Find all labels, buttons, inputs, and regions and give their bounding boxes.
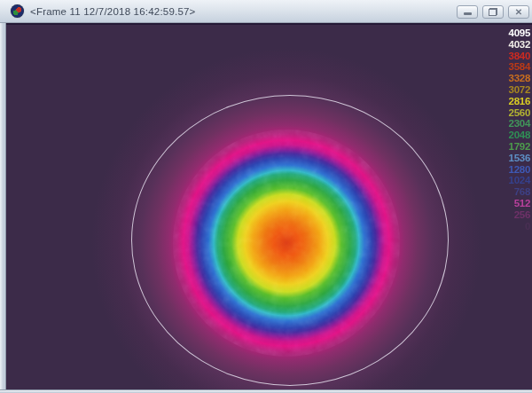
colorbar-value: 768 (509, 186, 530, 198)
app-icon (11, 4, 24, 18)
title-bar[interactable]: <Frame 11 12/7/2018 16:42:59.57> ✕ (0, 0, 532, 23)
colorbar-value: 0 (509, 221, 530, 232)
colorbar-value: 2816 (509, 96, 530, 107)
beam-display-area[interactable]: 4095403238403584332830722816256023042048… (6, 23, 532, 389)
colorbar: 4095403238403584332830722816256023042048… (509, 28, 530, 232)
window-title: <Frame 11 12/7/2018 16:42:59.57> (30, 6, 196, 17)
close-button[interactable]: ✕ (508, 5, 529, 19)
colorbar-value: 3584 (509, 61, 530, 73)
colorbar-value: 2560 (509, 107, 530, 119)
colorbar-value: 4095 (509, 28, 530, 39)
colorbar-value: 256 (509, 209, 530, 221)
colorbar-value: 2048 (509, 130, 530, 141)
colorbar-value: 3072 (509, 84, 530, 96)
colorbar-value: 2304 (509, 118, 530, 130)
close-icon: ✕ (515, 8, 522, 17)
window-controls: ✕ (457, 5, 529, 19)
minimize-icon (464, 12, 472, 15)
colorbar-value: 1792 (509, 141, 530, 153)
beam-profiler-window: <Frame 11 12/7/2018 16:42:59.57> ✕ (0, 0, 532, 393)
aperture-circle-overlay (131, 95, 449, 386)
colorbar-value: 4032 (509, 39, 530, 51)
colorbar-value: 1536 (509, 153, 530, 164)
colorbar-value: 1280 (509, 164, 530, 176)
minimize-button[interactable] (457, 5, 478, 19)
restore-icon (489, 8, 497, 16)
window-frame-bottom (0, 389, 532, 393)
restore-button[interactable] (482, 5, 504, 19)
colorbar-value: 1024 (509, 175, 530, 186)
colorbar-value: 3328 (509, 73, 530, 84)
colorbar-value: 3840 (509, 51, 530, 62)
window-frame-left (0, 23, 6, 393)
colorbar-value: 512 (509, 198, 530, 209)
